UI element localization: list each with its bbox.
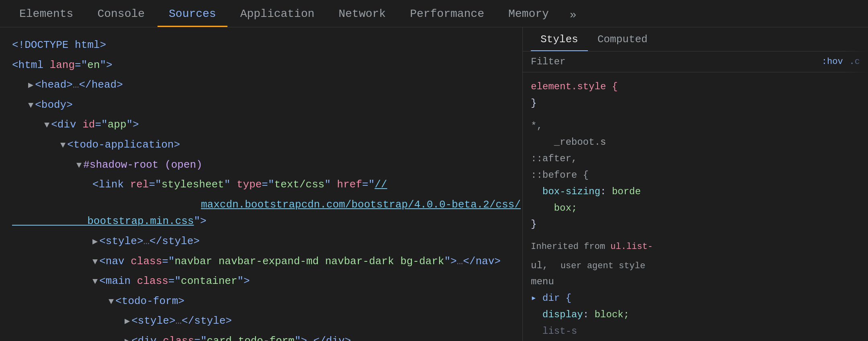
filter-options: :hov .c (822, 57, 860, 67)
html-line-main[interactable]: ▼<main class="container"> (0, 271, 522, 292)
styles-panel: Styles Computed Filter :hov .c element.s… (522, 27, 868, 341)
filter-cls[interactable]: .c (850, 57, 860, 67)
filter-label: Filter (531, 56, 565, 67)
html-line-html[interactable]: <html lang="en"> (0, 55, 522, 76)
tab-sources[interactable]: Sources (158, 2, 227, 27)
tab-computed[interactable]: Computed (588, 29, 657, 51)
html-line-shadow-root[interactable]: ▼#shadow-root (open) (0, 155, 522, 175)
css-rule-element-style: element.style { } (531, 79, 860, 112)
html-panel: <!DOCTYPE html> <html lang="en"> ▶<head>… (0, 27, 522, 341)
filter-hov[interactable]: :hov (822, 57, 843, 67)
html-line-div-card[interactable]: ▶<div class="card todo-form">…</div> (0, 331, 522, 341)
tab-performance[interactable]: Performance (399, 2, 495, 27)
tab-more[interactable]: » (562, 3, 585, 27)
tab-console[interactable]: Console (86, 2, 156, 27)
tab-application[interactable]: Application (229, 2, 326, 27)
css-rule-inherited: Inherited from ul.list- ul, user agent s… (531, 239, 860, 339)
html-line-link-href[interactable]: maxcdn.bootstrapcdn.com/bootstrap/4.0.0-… (0, 195, 522, 232)
tab-bar: Elements Console Sources Application Net… (0, 0, 868, 27)
css-rule-universal: *, _reboot.s ::after, ::before { box-siz… (531, 118, 860, 233)
tab-styles[interactable]: Styles (531, 29, 588, 51)
tab-elements[interactable]: Elements (8, 2, 84, 27)
html-line-nav[interactable]: ▼<nav class="navbar navbar-expand-md nav… (0, 252, 522, 272)
html-line-style-1[interactable]: ▶<style>…</style> (0, 232, 522, 252)
html-line-doctype: <!DOCTYPE html> (0, 35, 522, 55)
tab-network[interactable]: Network (328, 2, 397, 27)
html-line-link[interactable]: <link rel="stylesheet" type="text/css" h… (0, 175, 522, 195)
html-line-todo-app[interactable]: ▼<todo-application> (0, 135, 522, 155)
html-line-style-2[interactable]: ▶<style>…</style> (0, 311, 522, 331)
filter-input[interactable] (573, 56, 813, 67)
html-line-head[interactable]: ▶<head>…</head> (0, 75, 522, 95)
main-area: <!DOCTYPE html> <html lang="en"> ▶<head>… (0, 27, 868, 341)
html-line-todo-form[interactable]: ▼<todo-form> (0, 292, 522, 312)
filter-bar: Filter :hov .c (523, 51, 868, 72)
devtools-window: Elements Console Sources Application Net… (0, 0, 868, 341)
styles-content: element.style { } *, _reboot.s ::after, … (523, 72, 868, 341)
html-line-body[interactable]: ▼<body> (0, 95, 522, 115)
styles-tabs: Styles Computed (523, 27, 868, 51)
html-line-div-app[interactable]: ▼<div id="app"> (0, 115, 522, 135)
tab-memory[interactable]: Memory (497, 2, 560, 27)
